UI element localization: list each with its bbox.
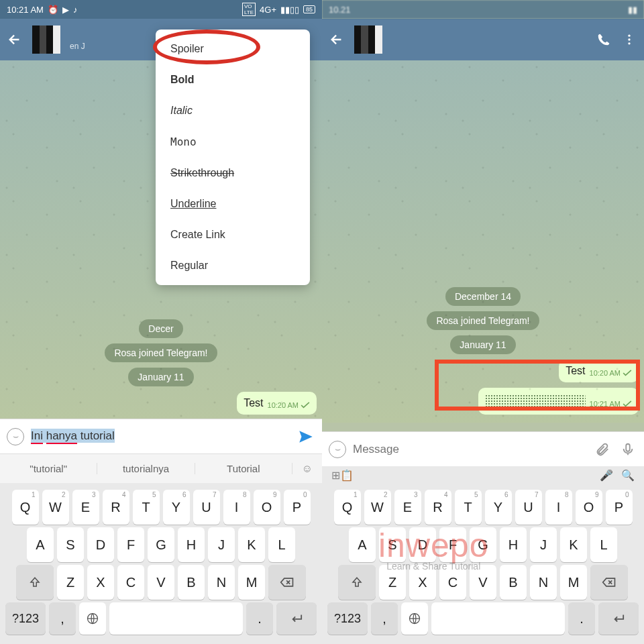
key-a[interactable]: A xyxy=(27,527,54,562)
space-key[interactable] xyxy=(431,602,565,635)
key-r[interactable]: R4 xyxy=(103,490,129,525)
key-m[interactable]: M xyxy=(238,565,265,600)
back-icon[interactable] xyxy=(7,32,23,48)
key-c[interactable]: C xyxy=(439,565,466,600)
key-o[interactable]: O9 xyxy=(254,490,280,525)
key-c[interactable]: C xyxy=(117,565,144,600)
kb-apps-icon[interactable]: ⊞ xyxy=(331,469,340,482)
message-input[interactable]: Ini hanya tutorial xyxy=(31,429,290,444)
format-italic[interactable]: Italic xyxy=(156,95,310,126)
key-k[interactable]: K xyxy=(238,527,265,562)
key-g[interactable]: G xyxy=(470,527,496,562)
key-e[interactable]: E3 xyxy=(72,490,99,525)
key-o[interactable]: O9 xyxy=(576,490,602,525)
suggestion[interactable]: "tutorial" xyxy=(0,463,97,474)
format-spoiler[interactable]: Spoiler xyxy=(156,34,310,64)
enter-key[interactable] xyxy=(598,602,639,635)
kb-mic-icon[interactable]: 🎤 xyxy=(600,469,613,482)
mic-icon[interactable] xyxy=(619,440,637,459)
key-f[interactable]: F xyxy=(439,527,466,562)
key-s[interactable]: S xyxy=(57,527,84,562)
backspace-key[interactable] xyxy=(268,565,306,600)
key-l[interactable]: L xyxy=(268,527,295,562)
kb-clipboard-icon[interactable]: 📋 xyxy=(340,469,354,482)
key-b[interactable]: B xyxy=(178,565,205,600)
enter-key[interactable] xyxy=(276,602,317,635)
key-a[interactable]: A xyxy=(349,527,376,562)
spoiler-content[interactable] xyxy=(485,394,586,408)
format-strikethrough[interactable]: Strikethrough xyxy=(156,158,310,189)
space-key[interactable] xyxy=(109,602,243,635)
key-z[interactable]: Z xyxy=(57,565,84,600)
format-bold[interactable]: Bold xyxy=(156,64,310,95)
emoji-kb-icon[interactable]: ☺ xyxy=(292,463,322,475)
key-y[interactable]: Y6 xyxy=(485,490,512,525)
key-j[interactable]: J xyxy=(208,527,235,562)
call-icon[interactable] xyxy=(596,32,612,48)
shift-key[interactable] xyxy=(16,565,54,600)
back-icon[interactable] xyxy=(329,32,345,48)
key-w[interactable]: W2 xyxy=(364,490,391,525)
send-button[interactable] xyxy=(297,427,315,446)
comma-key[interactable]: , xyxy=(371,602,398,635)
contact-info[interactable] xyxy=(392,33,586,46)
comma-key[interactable]: , xyxy=(49,602,76,635)
outgoing-message[interactable]: Test 10:20 AM xyxy=(559,360,639,382)
emoji-icon[interactable]: ⌣ xyxy=(329,441,346,458)
period-key[interactable]: . xyxy=(568,602,595,635)
key-h[interactable]: H xyxy=(500,527,527,562)
key-f[interactable]: F xyxy=(117,527,144,562)
key-t[interactable]: T5 xyxy=(455,490,482,525)
symbols-key[interactable]: ?123 xyxy=(5,602,46,635)
key-e[interactable]: E3 xyxy=(394,490,421,525)
attach-icon[interactable] xyxy=(593,440,612,459)
key-p[interactable]: P0 xyxy=(606,490,633,525)
key-y[interactable]: Y6 xyxy=(163,490,190,525)
key-z[interactable]: Z xyxy=(379,565,406,600)
more-icon[interactable] xyxy=(621,32,637,48)
key-w[interactable]: W2 xyxy=(42,490,69,525)
lang-key[interactable] xyxy=(79,602,106,635)
key-l[interactable]: L xyxy=(590,527,617,562)
key-p[interactable]: P0 xyxy=(284,490,311,525)
symbols-key[interactable]: ?123 xyxy=(327,602,368,635)
format-mono[interactable]: Mono xyxy=(156,126,310,158)
key-r[interactable]: R4 xyxy=(425,490,451,525)
key-i[interactable]: I8 xyxy=(223,490,250,525)
avatar[interactable] xyxy=(32,25,60,54)
key-v[interactable]: V xyxy=(148,565,174,600)
key-s[interactable]: S xyxy=(379,527,406,562)
key-q[interactable]: Q1 xyxy=(334,490,361,525)
suggestion[interactable]: tutorialnya xyxy=(97,463,195,474)
key-v[interactable]: V xyxy=(470,565,496,600)
chat-area[interactable]: December 14 Rosa joined Telegram! Januar… xyxy=(322,60,644,423)
key-u[interactable]: U7 xyxy=(515,490,542,525)
key-d[interactable]: D xyxy=(409,527,436,562)
key-h[interactable]: H xyxy=(178,527,205,562)
key-t[interactable]: T5 xyxy=(133,490,160,525)
key-u[interactable]: U7 xyxy=(193,490,220,525)
period-key[interactable]: . xyxy=(246,602,273,635)
outgoing-message[interactable]: Test 10:20 AM xyxy=(237,392,317,415)
format-underline[interactable]: Underline xyxy=(156,189,310,219)
shift-key[interactable] xyxy=(338,565,376,600)
lang-key[interactable] xyxy=(401,602,428,635)
message-input[interactable] xyxy=(353,443,586,456)
key-x[interactable]: X xyxy=(409,565,436,600)
key-n[interactable]: N xyxy=(530,565,557,600)
avatar[interactable] xyxy=(354,25,382,54)
emoji-icon[interactable]: ⌣ xyxy=(7,428,24,445)
key-n[interactable]: N xyxy=(208,565,235,600)
key-i[interactable]: I8 xyxy=(545,490,572,525)
key-j[interactable]: J xyxy=(530,527,557,562)
key-d[interactable]: D xyxy=(87,527,114,562)
key-q[interactable]: Q1 xyxy=(12,490,39,525)
suggestion[interactable]: Tutorial xyxy=(195,463,292,474)
backspace-key[interactable] xyxy=(590,565,628,600)
kb-search-icon[interactable]: 🔍 xyxy=(621,469,635,482)
format-regular[interactable]: Regular xyxy=(156,250,310,281)
key-k[interactable]: K xyxy=(560,527,587,562)
key-m[interactable]: M xyxy=(560,565,587,600)
key-b[interactable]: B xyxy=(500,565,527,600)
format-create-link[interactable]: Create Link xyxy=(156,219,310,250)
